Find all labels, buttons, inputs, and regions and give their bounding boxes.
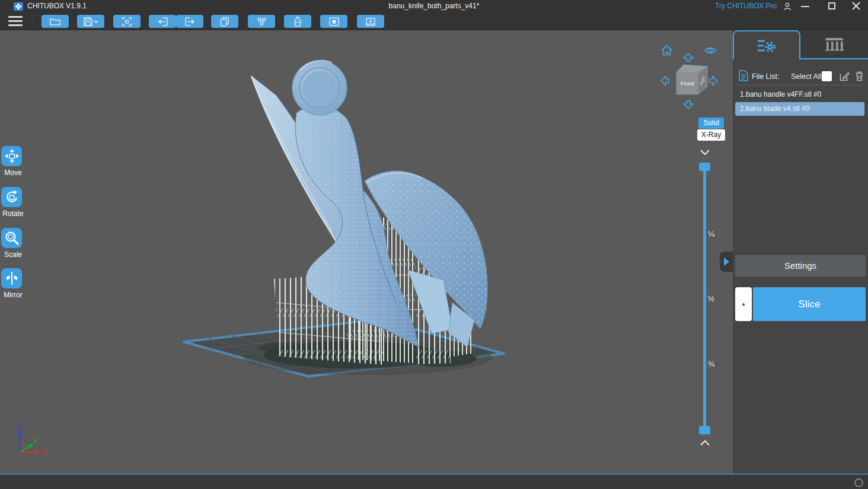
resin-bottle-icon — [293, 17, 302, 27]
scale-icon — [4, 230, 20, 246]
scene-canvas — [0, 30, 733, 474]
printer-add-icon — [365, 17, 376, 27]
settings-button[interactable]: Settings — [735, 255, 866, 277]
undo-button[interactable] — [149, 15, 176, 28]
file-row-2-selected[interactable]: 2.banu blade v4.stl #0 — [735, 102, 864, 116]
right-panel: File List: Select All 1.banu handle v4FF… — [733, 30, 868, 475]
file-row-1[interactable]: 1.banu handle v4FF.stl #0 — [735, 88, 864, 101]
scale-tool-label: Scale — [0, 250, 26, 259]
slider-top-chevron-icon[interactable] — [700, 150, 710, 155]
mirror-tool-button[interactable] — [1, 268, 22, 288]
save-icon — [83, 17, 98, 27]
slider-quarter-label: ¼ — [708, 230, 721, 239]
panel-collapse-button[interactable] — [720, 252, 733, 272]
save-button[interactable] — [77, 15, 104, 28]
layer-slider-track[interactable] — [703, 167, 706, 431]
rotate-up-arrow[interactable] — [684, 53, 693, 61]
chitubox-logo-icon — [13, 2, 24, 11]
redo-button[interactable] — [176, 15, 203, 28]
collapse-arrow-icon — [724, 258, 729, 266]
view-cube[interactable]: Front Right — [676, 65, 707, 94]
axis-z-label: Z — [17, 423, 21, 431]
app-title: CHITUBOX V1.9.1 — [27, 0, 87, 12]
home-icon[interactable] — [662, 46, 672, 55]
maximize-button[interactable] — [824, 0, 841, 12]
viewport-3d[interactable]: Front Right Z Y X — [0, 30, 733, 474]
close-icon — [848, 0, 864, 12]
undo-icon — [157, 17, 168, 27]
title-bar: CHITUBOX V1.9.1 banu_knife_both_parts_v4… — [0, 0, 868, 12]
copy-button[interactable] — [211, 15, 238, 28]
auto-layout-button[interactable] — [248, 15, 275, 28]
tab-support-settings[interactable] — [800, 30, 868, 58]
view-cube-front-label: Front — [681, 80, 694, 87]
open-file-button[interactable] — [42, 15, 69, 28]
axis-y-label: Y — [33, 437, 38, 446]
auto-layout-icon — [256, 17, 267, 27]
exposure-icon — [328, 17, 340, 27]
status-bar — [0, 475, 868, 489]
move-tool-button[interactable] — [1, 146, 22, 166]
axis-gizmo: Z Y X — [11, 423, 52, 459]
file-list-label: File List: — [752, 72, 780, 81]
exposure-button[interactable] — [320, 15, 347, 28]
scale-tool-button[interactable] — [1, 228, 22, 248]
close-button[interactable] — [848, 0, 864, 12]
screenshot-button[interactable] — [113, 15, 141, 28]
slider-bottom-chevron-icon[interactable] — [700, 440, 710, 446]
account-icon[interactable] — [783, 2, 792, 11]
rotate-right-arrow[interactable] — [710, 76, 717, 85]
chitubox-window: CHITUBOX V1.9.1 banu_knife_both_parts_v4… — [0, 0, 868, 489]
select-all-checkbox[interactable] — [822, 71, 832, 81]
main-toolbar — [0, 12, 868, 30]
rotate-down-arrow[interactable] — [684, 101, 693, 109]
slice-button[interactable]: Slice — [753, 287, 866, 321]
rotate-icon — [4, 189, 20, 205]
status-loading-icon — [854, 478, 863, 487]
minimize-button[interactable] — [797, 0, 813, 12]
edit-icon[interactable] — [840, 71, 850, 81]
rotate-tool-label: Rotate — [0, 209, 26, 218]
mirror-icon — [4, 271, 20, 286]
mirror-tool-label: Mirror — [0, 291, 26, 299]
layer-slider-lower-handle[interactable] — [699, 426, 710, 434]
resin-button[interactable] — [284, 15, 311, 28]
try-pro-link[interactable]: Try CHITUBOX Pro — [715, 0, 777, 12]
render-mode-xray-button[interactable]: X-Ray — [697, 129, 725, 141]
rotate-tool-button[interactable] — [1, 187, 22, 207]
printer-add-button[interactable] — [357, 15, 384, 28]
copy-icon — [219, 17, 230, 27]
move-icon — [4, 148, 20, 164]
file-list-divider — [738, 85, 863, 85]
render-mode-solid-button[interactable]: Solid — [698, 118, 724, 129]
select-all-label: Select All — [791, 72, 821, 81]
menu-button[interactable] — [8, 16, 23, 26]
toolbar-divider — [33, 15, 34, 27]
file-settings-icon — [757, 38, 777, 53]
screenshot-icon — [122, 17, 132, 27]
slider-threequarter-label: ¾ — [708, 360, 721, 369]
layer-slider-upper-handle[interactable] — [699, 163, 710, 171]
open-folder-icon — [49, 17, 61, 27]
rotate-left-arrow[interactable] — [661, 76, 669, 85]
delete-icon[interactable] — [855, 71, 864, 81]
view-visibility-icon[interactable] — [705, 48, 716, 53]
minimize-icon — [801, 6, 809, 7]
slice-expand-button[interactable]: ▲ — [735, 287, 752, 321]
file-list-icon — [739, 70, 748, 81]
redo-icon — [184, 17, 196, 27]
maximize-icon — [828, 2, 835, 9]
move-tool-label: Move — [0, 169, 26, 177]
tab-file-settings[interactable] — [733, 30, 800, 59]
slider-half-label: ½ — [708, 294, 721, 303]
axis-x-label: X — [42, 448, 47, 457]
support-settings-icon — [824, 37, 845, 52]
